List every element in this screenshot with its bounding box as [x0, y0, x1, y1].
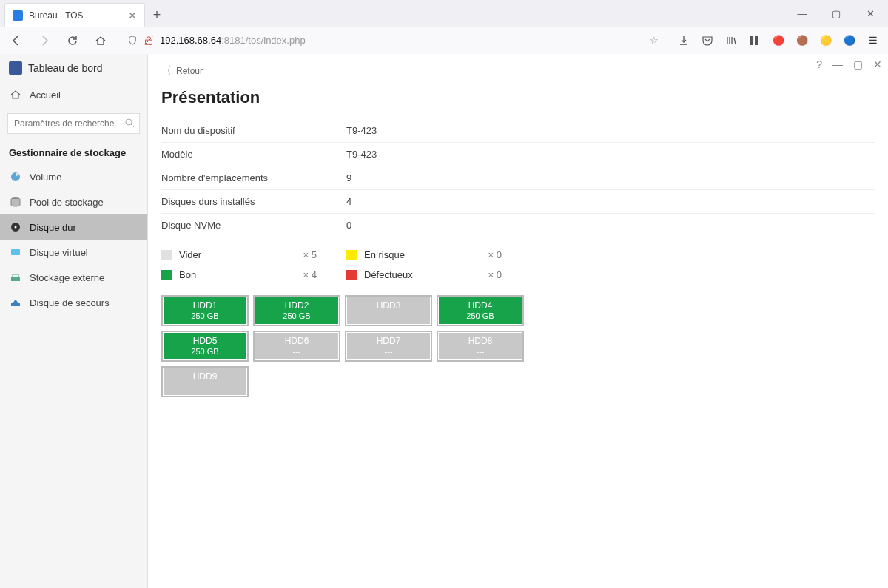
svg-line-5 — [131, 124, 134, 127]
drive-slot-6[interactable]: HDD6--- — [253, 331, 340, 362]
back-button[interactable] — [7, 32, 25, 50]
drive-name: HDD1 — [193, 300, 218, 311]
back-link[interactable]: 〈 Retour — [148, 54, 888, 78]
sidebar-item-label: Stockage externe — [30, 272, 104, 283]
legend-count: × 5 — [303, 249, 317, 260]
home-icon — [9, 89, 22, 101]
url-text: 192.168.68.64:8181/tos/index.php — [160, 35, 644, 46]
sidebar-item-label: Disque de secours — [30, 297, 110, 308]
bookmark-star-icon[interactable]: ☆ — [650, 35, 659, 46]
sidebar-item-stockage-externe[interactable]: Stockage externe — [0, 265, 147, 290]
home-button[interactable] — [92, 32, 110, 50]
legend-vider: Vider × 5 — [161, 249, 346, 260]
sidebar-item-disque-secours[interactable]: Disque de secours — [0, 290, 147, 315]
drive-size: 250 GB — [191, 347, 218, 356]
sidebar-item-volume[interactable]: Volume — [0, 164, 147, 189]
sidebar-item-disque-dur[interactable]: Disque dur — [0, 214, 147, 240]
sidebar: Tableau de bord Accueil Gestionnaire de … — [0, 54, 148, 588]
insecure-lock-icon — [144, 36, 154, 46]
maximize-button[interactable]: ▢ — [821, 3, 851, 24]
svg-point-9 — [15, 226, 17, 229]
info-label: Nom du dispositif — [161, 125, 346, 136]
download-icon[interactable] — [676, 33, 691, 48]
extension-icon-4[interactable]: 🟡 — [818, 33, 833, 48]
drive-name: HDD9 — [193, 371, 218, 382]
volume-icon — [9, 171, 22, 183]
legend-count: × 0 — [488, 249, 502, 260]
sidebar-item-disque-virtuel[interactable]: Disque virtuel — [0, 240, 147, 265]
legend-label: Bon — [179, 269, 196, 280]
main-content: ? — ▢ ✕ 〈 Retour Présentation Nom du dis… — [148, 54, 888, 588]
drive-size: 250 GB — [283, 311, 310, 321]
spare-disk-icon — [9, 297, 22, 308]
forward-button[interactable] — [36, 32, 53, 50]
reload-button[interactable] — [64, 32, 81, 50]
app-container: Tableau de bord Accueil Gestionnaire de … — [0, 54, 888, 588]
device-info-table: Nom du dispositif T9-423 Modèle T9-423 N… — [161, 119, 875, 237]
info-value: T9-423 — [346, 149, 377, 160]
drive-name: HDD5 — [193, 336, 218, 346]
dashboard-icon — [9, 61, 22, 75]
sidebar-search — [7, 113, 140, 134]
extension-icon-3[interactable]: 🟤 — [795, 33, 810, 48]
legend-bon: Bon × 4 — [161, 269, 346, 280]
browser-tab[interactable]: Bureau - TOS ✕ — [4, 3, 145, 27]
drive-size: --- — [293, 347, 301, 356]
svg-rect-10 — [11, 249, 20, 255]
drive-slot-5[interactable]: HDD5250 GB — [161, 331, 249, 362]
sidebar-item-pool[interactable]: Pool de stockage — [0, 189, 147, 214]
drive-name: HDD3 — [377, 300, 401, 311]
close-window-button[interactable]: ✕ — [855, 3, 885, 24]
drive-slot-4[interactable]: HDD4250 GB — [437, 295, 524, 326]
tab-title: Bureau - TOS — [29, 10, 84, 21]
window-controls: — ▢ ✕ — [787, 3, 885, 24]
swatch-risk-icon — [346, 250, 357, 260]
info-value: 4 — [346, 196, 352, 207]
content-minimize-button[interactable]: — — [832, 58, 843, 70]
drive-name: HDD4 — [468, 300, 493, 311]
extension-icon-1[interactable] — [747, 33, 762, 48]
sidebar-item-label: Volume — [30, 172, 61, 183]
legend-count: × 0 — [488, 269, 502, 280]
sidebar-section-header: Gestionnaire de stockage — [0, 140, 147, 164]
extension-icon-2[interactable]: 🔴 — [771, 33, 786, 48]
tab-favicon-icon — [13, 10, 23, 21]
search-input[interactable] — [7, 113, 140, 134]
drive-slot-9[interactable]: HDD9--- — [161, 366, 249, 397]
info-value: 0 — [346, 220, 352, 231]
nav-accueil[interactable]: Accueil — [0, 82, 147, 107]
drive-slot-3[interactable]: HDD3--- — [345, 295, 432, 326]
tab-close-button[interactable]: ✕ — [128, 10, 137, 21]
help-button[interactable]: ? — [816, 58, 822, 70]
chevron-left-icon: 〈 — [161, 64, 172, 78]
minimize-button[interactable]: — — [787, 3, 817, 24]
page-title: Présentation — [148, 78, 888, 113]
drive-slot-7[interactable]: HDD7--- — [345, 331, 432, 362]
pocket-icon[interactable] — [700, 33, 715, 48]
drive-slot-2[interactable]: HDD2250 GB — [253, 295, 340, 326]
back-label: Retour — [176, 66, 203, 76]
content-maximize-button[interactable]: ▢ — [853, 58, 863, 70]
legend-defect: Défectueux × 0 — [346, 269, 531, 280]
drive-size: --- — [477, 347, 485, 356]
sidebar-item-label: Pool de stockage — [30, 197, 104, 208]
toolbar-right-icons: 🔴 🟤 🟡 🔵 ☰ — [676, 33, 881, 48]
virtual-disk-icon — [9, 246, 22, 258]
tab-strip: Bureau - TOS ✕ + — [0, 0, 888, 27]
storage-pool-icon — [9, 196, 22, 208]
drive-slot-8[interactable]: HDD8--- — [437, 331, 524, 362]
app-title: Tableau de bord — [28, 62, 102, 74]
drive-name: HDD6 — [285, 336, 309, 346]
menu-button[interactable]: ☰ — [866, 33, 881, 48]
content-close-button[interactable]: ✕ — [873, 58, 882, 70]
new-tab-button[interactable]: + — [145, 3, 169, 27]
drive-grid: HDD1250 GB HDD2250 GB HDD3--- HDD4250 GB… — [161, 295, 875, 397]
address-bar[interactable]: 192.168.68.64:8181/tos/index.php ☆ — [120, 30, 666, 51]
info-row-device-name: Nom du dispositif T9-423 — [161, 119, 875, 143]
extension-icon-5[interactable]: 🔵 — [842, 33, 857, 48]
svg-rect-11 — [11, 277, 20, 281]
svg-line-1 — [145, 36, 153, 44]
drive-slot-1[interactable]: HDD1250 GB — [161, 295, 249, 326]
library-icon[interactable] — [724, 33, 739, 48]
browser-chrome: — ▢ ✕ Bureau - TOS ✕ + — [0, 0, 888, 54]
